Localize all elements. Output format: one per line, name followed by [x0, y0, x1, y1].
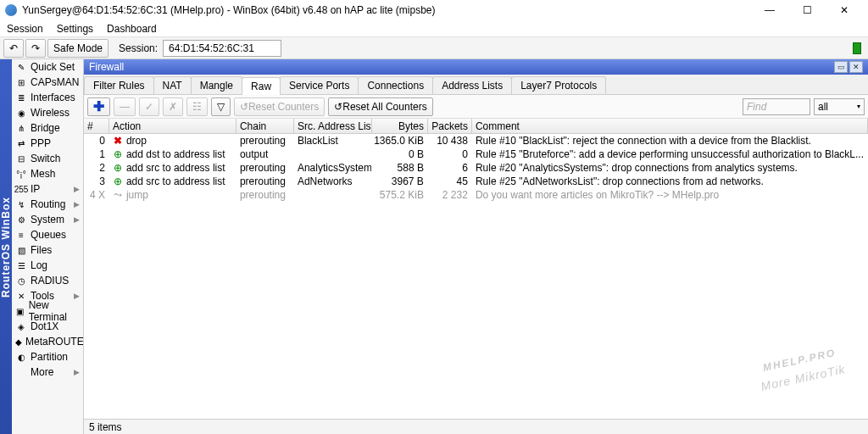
disable-rule-button[interactable]: ✗: [163, 97, 183, 116]
sidebar-icon: ◉: [15, 107, 27, 119]
panel-tabs: Filter RulesNATMangleRawService PortsCon…: [84, 75, 868, 95]
chevron-right-icon: ▶: [74, 200, 80, 209]
sidebar-icon: ⊞: [15, 76, 27, 88]
maximize-button[interactable]: ☐: [788, 0, 826, 20]
session-label: Session:: [119, 42, 158, 54]
sidebar-item-more[interactable]: More▶: [12, 364, 83, 380]
window-title: YunSergey@64:D1:54:52:6C:31 (MHelp.pro) …: [22, 4, 751, 16]
redo-button[interactable]: ↷: [25, 39, 46, 58]
sidebar-item-log[interactable]: ☰Log: [12, 258, 83, 273]
sidebar-icon: ☰: [15, 259, 27, 271]
sidebar-item-interfaces[interactable]: ≣Interfaces: [12, 90, 83, 105]
sidebar-item-partition[interactable]: ◐Partition: [12, 349, 83, 364]
tab-mangle[interactable]: Mangle: [191, 76, 242, 94]
table-row[interactable]: 1⊕add dst to address listoutput0 B0Rule …: [84, 147, 868, 161]
sidebar-icon: °¡°: [15, 168, 27, 180]
undo-button[interactable]: ↶: [3, 39, 24, 58]
sidebar-item-new-terminal[interactable]: ▣New Terminal: [12, 303, 83, 319]
menu-settings[interactable]: Settings: [57, 23, 93, 35]
sidebar-item-label: Wireless: [31, 107, 70, 119]
sidebar-item-metarouter[interactable]: ◆MetaROUTER: [12, 334, 83, 349]
table-row[interactable]: 2⊕add src to address listpreroutingAnaly…: [84, 161, 868, 175]
panel-close-button[interactable]: ✕: [849, 61, 863, 73]
tab-service-ports[interactable]: Service Ports: [280, 76, 359, 94]
sidebar-item-label: Switch: [31, 153, 60, 164]
sidebar-item-routing[interactable]: ↯Routing▶: [12, 197, 83, 212]
tab-layer7-protocols[interactable]: Layer7 Protocols: [511, 76, 606, 94]
sidebar-item-label: CAPsMAN: [31, 76, 79, 88]
panel-titlebar: Firewall ▭ ✕: [84, 59, 868, 75]
sidebar-item-ppp[interactable]: ⇄PPP: [12, 136, 83, 151]
filter-combo[interactable]: all▾: [814, 98, 865, 115]
tab-connections[interactable]: Connections: [358, 76, 433, 94]
minimize-button[interactable]: —: [751, 0, 788, 20]
sidebar-icon: ⋔: [15, 122, 27, 134]
table-row[interactable]: 0✖droppreroutingBlackList1365.0 KiB10 43…: [84, 134, 868, 147]
sidebar-icon: ▧: [15, 244, 27, 256]
sidebar-item-bridge[interactable]: ⋔Bridge: [12, 120, 83, 136]
sidebar-item-label: More: [31, 366, 53, 378]
sidebar-item-quick-set[interactable]: ✎Quick Set: [12, 59, 83, 75]
tab-nat[interactable]: NAT: [153, 76, 192, 94]
menu-session[interactable]: Session: [7, 23, 43, 35]
table-row[interactable]: 4 X⤳jumpprerouting575.2 KiB2 232Do you w…: [84, 188, 868, 202]
col-action[interactable]: Action: [109, 119, 236, 133]
sidebar-item-radius[interactable]: ◷RADIUS: [12, 273, 83, 288]
sidebar-icon: ↯: [15, 198, 27, 210]
panel-toolbar: ✚ — ✓ ✗ ☷ ▽ ↺ Reset Counters ↺ Reset All…: [84, 95, 868, 119]
sidebar-item-ip[interactable]: 255IP▶: [12, 181, 83, 197]
sidebar-item-capsman[interactable]: ⊞CAPsMAN: [12, 75, 83, 90]
tab-filter-rules[interactable]: Filter Rules: [84, 76, 154, 94]
col-src-address-list[interactable]: Src. Address List: [294, 119, 372, 133]
col-bytes[interactable]: Bytes: [372, 119, 428, 133]
close-button[interactable]: ✕: [826, 0, 863, 20]
sidebar-icon: ◈: [15, 320, 27, 332]
remove-rule-button[interactable]: —: [114, 97, 136, 116]
tab-raw[interactable]: Raw: [242, 77, 281, 95]
sidebar-item-label: Routing: [31, 198, 65, 210]
sidebar-item-label: Mesh: [31, 168, 55, 180]
tab-address-lists[interactable]: Address Lists: [432, 76, 512, 94]
chevron-right-icon: ▶: [74, 368, 80, 376]
sidebar-item-wireless[interactable]: ◉Wireless: [12, 105, 83, 120]
sidebar-icon: ✕: [15, 290, 27, 302]
enable-rule-button[interactable]: ✓: [139, 97, 159, 116]
sidebar-item-files[interactable]: ▧Files: [12, 242, 83, 258]
rules-grid[interactable]: # Action Chain Src. Address List Bytes P…: [84, 119, 868, 419]
reset-all-counters-button[interactable]: ↺ Reset All Counters: [328, 97, 432, 116]
safe-mode-button[interactable]: Safe Mode: [47, 39, 108, 58]
session-field[interactable]: 64:D1:54:52:6C:31: [163, 40, 281, 57]
sidebar-icon: 255: [15, 183, 27, 195]
watermark: MHELP.PRO More MikroTik: [752, 325, 847, 393]
panel-minimize-button[interactable]: ▭: [834, 61, 848, 73]
item-count: 5 items: [89, 421, 122, 433]
sidebar-item-label: System: [31, 214, 64, 225]
sidebar: ✎Quick Set⊞CAPsMAN≣Interfaces◉Wireless⋔B…: [12, 59, 84, 434]
sidebar-item-system[interactable]: ⚙System▶: [12, 212, 83, 227]
sidebar-item-queues[interactable]: ≡Queues: [12, 227, 83, 242]
table-row[interactable]: 3⊕add src to address listpreroutingAdNet…: [84, 175, 868, 188]
filter-button[interactable]: ▽: [211, 97, 231, 116]
sidebar-item-label: New Terminal: [29, 299, 80, 323]
connection-indicator: [853, 42, 861, 54]
col-index[interactable]: #: [84, 119, 109, 133]
sidebar-item-label: Bridge: [31, 122, 60, 134]
sidebar-icon: ⚙: [15, 214, 27, 225]
sidebar-item-mesh[interactable]: °¡°Mesh: [12, 166, 83, 181]
sidebar-item-label: Interfaces: [31, 92, 75, 103]
reset-counters-button[interactable]: ↺ Reset Counters: [234, 97, 325, 116]
menu-dashboard[interactable]: Dashboard: [107, 23, 157, 35]
col-comment[interactable]: Comment: [472, 119, 868, 133]
sidebar-item-switch[interactable]: ⊟Switch: [12, 151, 83, 166]
add-rule-button[interactable]: ✚: [87, 97, 110, 116]
winbox-icon: [5, 4, 17, 16]
sidebar-item-label: PPP: [31, 137, 51, 149]
sidebar-icon: [15, 366, 27, 378]
col-packets[interactable]: Packets: [428, 119, 472, 133]
comment-button[interactable]: ☷: [186, 97, 208, 116]
find-input[interactable]: Find: [743, 98, 810, 115]
sidebar-icon: ◐: [15, 351, 27, 363]
sidebar-item-label: Queues: [31, 229, 66, 241]
col-chain[interactable]: Chain: [236, 119, 294, 133]
sidebar-icon: ◆: [15, 336, 22, 348]
